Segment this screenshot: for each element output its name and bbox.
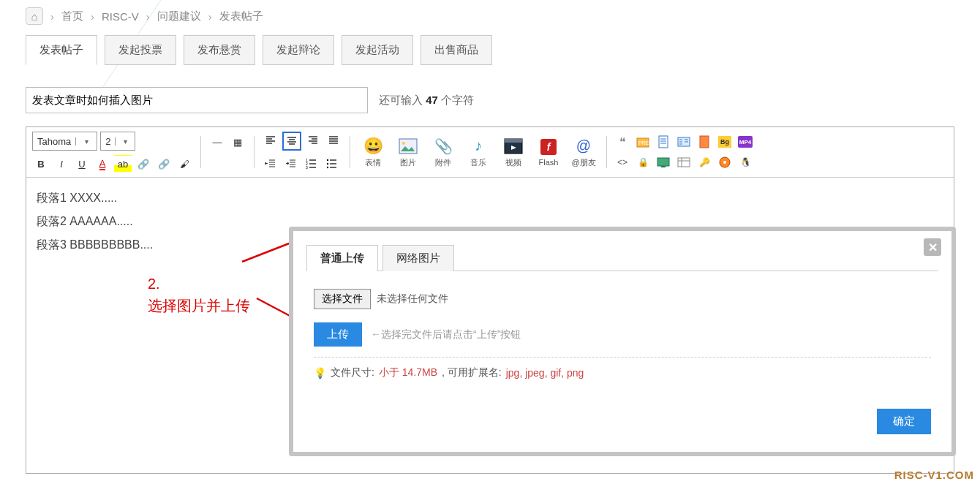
choose-file-button[interactable]: 选择文件 (314, 289, 371, 309)
align-justify-button[interactable] (325, 132, 342, 149)
font-family-select[interactable]: Tahoma▾ (32, 132, 97, 151)
index-button[interactable] (676, 134, 692, 150)
orange-doc-button[interactable] (696, 134, 712, 150)
breadcrumb-sep: › (50, 10, 54, 23)
outdent-button[interactable] (262, 155, 279, 173)
tab-bounty[interactable]: 发布悬赏 (184, 35, 255, 65)
align-right-button[interactable] (304, 132, 322, 149)
qq-button[interactable]: 🐧 (737, 154, 753, 170)
mp4-button[interactable]: MP4 (737, 134, 753, 150)
svg-point-10 (327, 167, 328, 168)
svg-point-25 (723, 161, 726, 164)
disc-button[interactable] (717, 154, 733, 170)
code-button[interactable]: <> (614, 154, 630, 170)
underline-button[interactable]: U (73, 155, 91, 173)
bulb-icon: 💡 (314, 367, 326, 379)
editor-toolbar: Tahoma▾ 2▾ B I U A ab 🔗 🔗 🖌 — (26, 127, 954, 178)
tab-web-image[interactable]: 网络图片 (382, 245, 454, 271)
bg-button[interactable]: Bg (717, 134, 733, 150)
font-size-select[interactable]: 2▾ (100, 132, 135, 151)
italic-button[interactable]: I (53, 155, 70, 173)
breadcrumb-item[interactable]: 首页 (61, 10, 83, 23)
at-friend-button[interactable]: @@朋友 (568, 137, 599, 168)
svg-rect-14 (505, 139, 522, 143)
music-button[interactable]: ♪音乐 (463, 137, 494, 168)
unordered-list-button[interactable] (323, 155, 341, 173)
tab-sell[interactable]: 出售商品 (421, 35, 492, 65)
watermark-text: RISC-V1.COM (894, 469, 974, 481)
tab-debate[interactable]: 发起辩论 (263, 35, 334, 65)
svg-text:3: 3 (306, 165, 308, 170)
close-icon[interactable]: ✕ (924, 238, 941, 256)
attachment-button[interactable]: 📎附件 (428, 137, 459, 168)
link-button[interactable]: 🔗 (135, 155, 152, 173)
breadcrumb: ⌂ › 首页 › RISC-V › 问题建议 › 发表帖子 (26, 7, 954, 25)
doc-button[interactable] (655, 134, 671, 150)
hr-button[interactable]: — (208, 133, 226, 151)
flash-button[interactable]: fFlash (533, 137, 564, 167)
key-button[interactable]: 🔑 (696, 154, 712, 170)
home-icon[interactable]: ⌂ (26, 7, 43, 25)
quote-button[interactable]: ❝ (614, 134, 630, 150)
dialog-tabs: 普通上传 网络图片 (306, 244, 938, 271)
indent-button[interactable] (282, 155, 300, 173)
svg-rect-22 (661, 166, 666, 167)
bold-button[interactable]: B (32, 155, 50, 173)
svg-point-9 (327, 163, 328, 165)
tab-event[interactable]: 发起活动 (342, 35, 413, 65)
emoji-button[interactable]: 😀表情 (358, 137, 388, 168)
font-color-button[interactable]: A (94, 155, 111, 173)
breadcrumb-item[interactable]: 问题建议 (157, 10, 201, 23)
ok-button[interactable]: 确定 (877, 409, 931, 434)
screen-button[interactable] (655, 154, 671, 170)
align-center-button[interactable] (282, 132, 301, 151)
form-button[interactable] (676, 154, 692, 170)
upload-button[interactable]: 上传 (314, 322, 362, 347)
svg-rect-21 (657, 158, 669, 166)
tab-poll[interactable]: 发起投票 (105, 35, 176, 65)
breadcrumb-item[interactable]: RISC-V (102, 10, 139, 23)
highlight-button[interactable]: ab (114, 155, 132, 173)
ordered-list-button[interactable]: 123 (303, 155, 320, 173)
video-button[interactable]: 视频 (498, 137, 529, 168)
svg-rect-23 (678, 158, 690, 167)
paragraph-line: 段落1 XXXX..... (37, 186, 943, 210)
unlink-button[interactable]: 🔗 (155, 155, 173, 173)
tab-local-upload[interactable]: 普通上传 (306, 245, 378, 271)
clear-format-button[interactable]: 🖌 (176, 155, 193, 173)
tab-post[interactable]: 发表帖子 (26, 35, 97, 65)
upload-hint-text: ←选择完文件后请点击“上传”按钮 (371, 328, 521, 341)
breadcrumb-item: 发表帖子 (219, 10, 263, 23)
file-size-hint: 💡 文件尺寸: 小于 14.7MB , 可用扩展名: jpg, jpeg, gi… (314, 366, 931, 379)
title-input[interactable] (26, 87, 368, 113)
svg-rect-20 (700, 136, 709, 148)
table-button[interactable]: ▦ (229, 133, 246, 151)
svg-point-8 (327, 159, 328, 161)
align-left-button[interactable] (262, 132, 279, 149)
annotation-text: 2. 选择图片并上传 (148, 273, 250, 317)
image-button[interactable]: 图片 (393, 137, 423, 168)
free-button[interactable]: FREE (635, 134, 651, 150)
svg-text:FREE: FREE (638, 140, 649, 145)
image-upload-dialog: ✕ 普通上传 网络图片 选择文件 未选择任何文件 上传 ←选择完文件后请点击“上… (289, 227, 956, 456)
file-status-text: 未选择任何文件 (377, 292, 448, 306)
lock-button[interactable]: 🔒 (635, 154, 651, 170)
char-counter: 还可输入 47 个字符 (379, 94, 474, 107)
svg-point-12 (402, 142, 405, 145)
svg-rect-18 (659, 136, 668, 148)
post-type-tabs: 发表帖子 发起投票 发布悬赏 发起辩论 发起活动 出售商品 (26, 35, 954, 65)
